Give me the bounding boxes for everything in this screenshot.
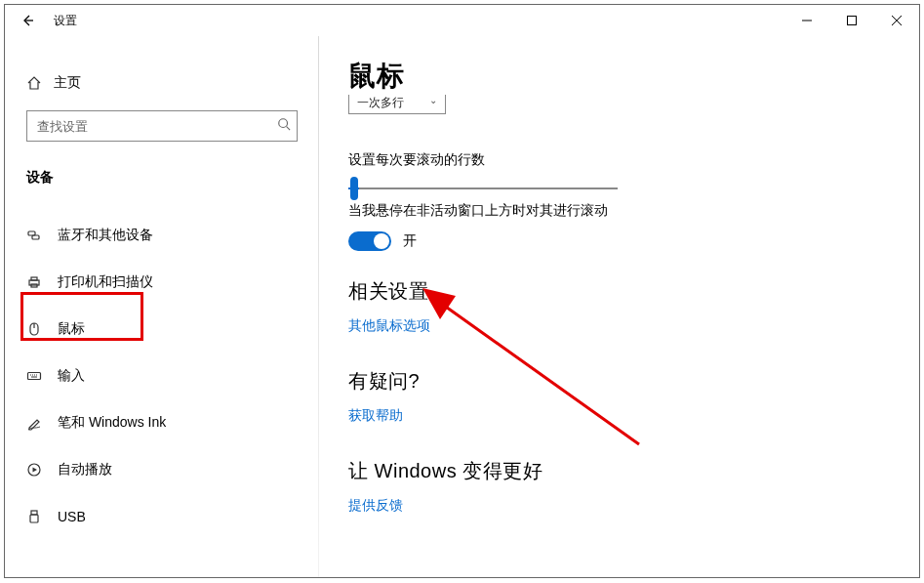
- home-label: 主页: [54, 74, 81, 92]
- inactive-scroll-toggle[interactable]: [348, 231, 391, 251]
- search-icon: [277, 117, 291, 135]
- sidebar-item-pen[interactable]: 笔和 Windows Ink: [5, 399, 319, 446]
- sidebar: 主页 设备 蓝牙和其他设备 打印机和扫描仪: [5, 36, 319, 577]
- slider-track: [348, 187, 618, 189]
- content-pane: 鼠标 一次多行 ⌄ 设置每次要滚动的行数 当我悬停在非活动窗口上方时对其进行滚动…: [319, 36, 919, 577]
- close-button[interactable]: [874, 5, 919, 36]
- back-button[interactable]: [5, 5, 50, 36]
- arrow-left-icon: [20, 13, 35, 28]
- sidebar-item-label: 笔和 Windows Ink: [58, 414, 166, 432]
- svg-rect-3: [32, 235, 39, 239]
- help-heading: 有疑问?: [348, 368, 890, 395]
- titlebar: 设置: [5, 5, 919, 36]
- sidebar-item-label: 打印机和扫描仪: [58, 273, 153, 291]
- pen-icon: [26, 415, 42, 431]
- mouse-icon: [26, 321, 42, 337]
- get-help-link[interactable]: 获取帮助: [348, 407, 403, 425]
- svg-point-1: [279, 119, 288, 128]
- sidebar-item-mouse[interactable]: 鼠标: [5, 306, 319, 353]
- svg-rect-11: [30, 515, 38, 522]
- minimize-button[interactable]: [784, 5, 829, 36]
- scroll-lines-slider[interactable]: [348, 181, 618, 183]
- feedback-heading: 让 Windows 变得更好: [348, 458, 890, 484]
- page-heading: 鼠标: [348, 58, 890, 95]
- sidebar-item-label: 蓝牙和其他设备: [58, 227, 153, 244]
- sidebar-item-label: 输入: [58, 367, 85, 385]
- sidebar-item-printers[interactable]: 打印机和扫描仪: [5, 259, 319, 306]
- usb-icon: [26, 509, 42, 524]
- chevron-down-icon: ⌄: [429, 95, 437, 105]
- keyboard-icon: [26, 368, 42, 384]
- autoplay-icon: [26, 462, 42, 478]
- home-nav[interactable]: 主页: [5, 63, 319, 103]
- toggle-state-label: 开: [403, 232, 417, 250]
- svg-rect-5: [31, 277, 37, 280]
- search-input[interactable]: [37, 119, 277, 134]
- give-feedback-link[interactable]: 提供反馈: [348, 497, 403, 515]
- sidebar-item-label: 自动播放: [58, 461, 112, 479]
- minimize-icon: [802, 16, 812, 25]
- close-icon: [892, 16, 902, 25]
- sidebar-item-autoplay[interactable]: 自动播放: [5, 446, 319, 493]
- sidebar-item-typing[interactable]: 输入: [5, 353, 319, 399]
- bluetooth-icon: [26, 228, 42, 243]
- settings-window: 设置 主页: [4, 4, 920, 578]
- sidebar-item-bluetooth[interactable]: 蓝牙和其他设备: [5, 212, 319, 259]
- sidebar-item-label: 鼠标: [58, 320, 85, 338]
- svg-rect-8: [28, 373, 41, 380]
- slider-thumb[interactable]: [350, 177, 358, 200]
- maximize-icon: [847, 16, 857, 25]
- home-icon: [26, 75, 42, 91]
- sidebar-item-usb[interactable]: USB: [5, 493, 319, 540]
- window-controls: [784, 5, 919, 36]
- inactive-scroll-label: 当我悬停在非活动窗口上方时对其进行滚动: [348, 202, 890, 220]
- sidebar-item-label: USB: [58, 509, 86, 524]
- printer-icon: [26, 274, 42, 290]
- scroll-mode-dropdown[interactable]: 一次多行 ⌄: [348, 95, 446, 114]
- dropdown-value: 一次多行: [357, 95, 404, 111]
- svg-rect-2: [28, 231, 35, 235]
- scroll-lines-label: 设置每次要滚动的行数: [348, 151, 890, 169]
- section-heading: 设备: [5, 153, 319, 196]
- additional-mouse-options-link[interactable]: 其他鼠标选项: [348, 317, 430, 335]
- maximize-button[interactable]: [829, 5, 874, 36]
- svg-rect-0: [848, 17, 857, 25]
- related-heading: 相关设置: [348, 278, 890, 305]
- search-box[interactable]: [26, 110, 298, 142]
- window-title: 设置: [54, 13, 77, 29]
- nav-list: 蓝牙和其他设备 打印机和扫描仪 鼠标 输入 笔和 Windows Ink: [5, 212, 319, 540]
